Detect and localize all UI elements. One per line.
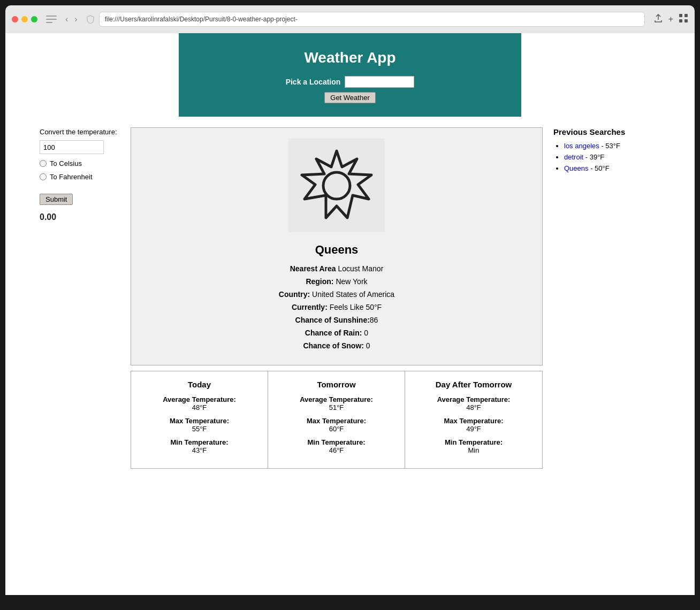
converter-label: Convert the temperature:	[40, 127, 120, 137]
center-content: Queens Nearest Area Locust Manor Region:…	[131, 127, 543, 469]
fahrenheit-row: To Fahrenheit	[40, 173, 120, 181]
day-after-label: Day After Tomorrow	[412, 380, 536, 389]
currently-label: Currently:	[292, 303, 328, 311]
nearest-area: Nearest Area Locust Manor	[142, 264, 531, 273]
region-label: Region:	[306, 277, 333, 286]
city-name: Queens	[142, 243, 531, 257]
nearest-area-value: Locust Manor	[338, 264, 383, 273]
forecast-today: Today Average Temperature: 48°F Max Temp…	[131, 371, 268, 468]
list-item: detroit - 39°F	[564, 153, 660, 161]
fahrenheit-label: To Fahrenheit	[50, 173, 93, 181]
today-label: Today	[138, 380, 261, 389]
right-sidebar: Previous Searches los angeles - 53°F det…	[553, 127, 660, 469]
sunshine-label: Chance of Sunshine:	[295, 316, 370, 324]
sidebar-toggle-icon[interactable]	[46, 16, 57, 23]
search-detail-queens: - 50°F	[590, 164, 610, 172]
country: Country: United States of America	[142, 290, 531, 299]
list-item: Queens - 50°F	[564, 164, 660, 172]
address-bar[interactable]: file:///Users/karolinrafalski/Desktop/Pu…	[99, 12, 645, 27]
location-form: Pick a Location Get Weather	[189, 76, 511, 103]
celsius-radio[interactable]	[40, 160, 47, 167]
dayafter-max-temp: Max Temperature: 49°F	[412, 417, 536, 433]
svg-rect-2	[679, 19, 682, 22]
weather-icon-wrapper	[288, 139, 385, 232]
search-detail-la: - 53°F	[601, 142, 620, 150]
snow-value: 0	[366, 341, 370, 350]
tomorrow-avg-temp: Average Temperature: 51°F	[275, 395, 398, 411]
browser-actions: +	[653, 13, 688, 25]
region-value: New York	[336, 277, 367, 286]
celsius-label: To Celsius	[50, 159, 82, 167]
close-button[interactable]	[12, 16, 18, 22]
search-link-detroit[interactable]: detroit	[564, 153, 583, 161]
new-tab-button[interactable]: +	[668, 14, 673, 24]
location-input[interactable]	[345, 76, 414, 88]
svg-rect-1	[684, 14, 688, 17]
security-icon	[86, 15, 95, 24]
celsius-row: To Celsius	[40, 159, 120, 167]
weather-card: Queens Nearest Area Locust Manor Region:…	[131, 127, 543, 365]
nav-buttons: ‹ ›	[63, 13, 80, 25]
url-text: file:///Users/karolinrafalski/Desktop/Pu…	[105, 16, 298, 23]
search-detail-detroit: - 39°F	[585, 153, 605, 161]
svg-point-4	[323, 172, 350, 199]
tomorrow-min-temp: Min Temperature: 46°F	[275, 438, 398, 454]
currently-value: Feels Like 50°F	[330, 303, 382, 311]
rain: Chance of Rain: 0	[142, 329, 531, 337]
converter-result: 0.00	[40, 212, 120, 222]
grid-button[interactable]	[679, 13, 688, 25]
tomorrow-max-temp: Max Temperature: 60°F	[275, 417, 398, 433]
forward-button[interactable]: ›	[72, 13, 79, 25]
currently: Currently: Feels Like 50°F	[142, 303, 531, 311]
tomorrow-label: Tomorrow	[275, 380, 398, 389]
dayafter-min-temp: Min Temperature: Min	[412, 438, 536, 454]
list-item: los angeles - 53°F	[564, 142, 660, 150]
rain-label: Chance of Rain:	[305, 329, 362, 337]
rain-value: 0	[364, 329, 368, 337]
today-min-temp: Min Temperature: 43°F	[138, 438, 261, 454]
page-content: Weather App Pick a Location Get Weather …	[5, 33, 695, 595]
sunshine: Chance of Sunshine:86	[142, 316, 531, 324]
sunshine-value: 86	[370, 316, 378, 324]
country-value: United States of America	[312, 290, 394, 299]
svg-rect-3	[684, 19, 688, 22]
forecast-grid: Today Average Temperature: 48°F Max Temp…	[131, 371, 543, 469]
dayafter-avg-temp: Average Temperature: 48°F	[412, 395, 536, 411]
fahrenheit-radio[interactable]	[40, 173, 47, 180]
country-label: Country:	[279, 290, 310, 299]
traffic-lights	[12, 16, 37, 22]
previous-searches-title: Previous Searches	[553, 127, 660, 136]
snow-label: Chance of Snow:	[303, 341, 364, 350]
forecast-day-after: Day After Tomorrow Average Temperature: …	[405, 371, 542, 468]
left-sidebar: Convert the temperature: To Celsius To F…	[40, 127, 120, 469]
svg-marker-5	[302, 151, 371, 218]
main-layout: Convert the temperature: To Celsius To F…	[29, 117, 671, 479]
today-max-temp: Max Temperature: 55°F	[138, 417, 261, 433]
app-header: Weather App Pick a Location Get Weather	[179, 33, 521, 117]
submit-button[interactable]: Submit	[40, 194, 73, 205]
minimize-button[interactable]	[21, 16, 28, 22]
snow: Chance of Snow: 0	[142, 341, 531, 350]
nearest-area-label: Nearest Area	[290, 264, 336, 273]
location-label: Pick a Location	[286, 78, 341, 86]
back-button[interactable]: ‹	[63, 13, 70, 25]
sun-icon	[299, 148, 374, 223]
temperature-input[interactable]	[40, 140, 104, 154]
share-button[interactable]	[653, 13, 663, 25]
app-title: Weather App	[189, 49, 511, 66]
get-weather-button[interactable]: Get Weather	[324, 92, 375, 103]
maximize-button[interactable]	[31, 16, 37, 22]
browser-window: ‹ › file:///Users/karolinrafalski/Deskto…	[0, 5, 700, 610]
region: Region: New York	[142, 277, 531, 286]
svg-rect-0	[679, 14, 682, 17]
today-avg-temp: Average Temperature: 48°F	[138, 395, 261, 411]
browser-toolbar: ‹ › file:///Users/karolinrafalski/Deskto…	[5, 5, 695, 33]
forecast-tomorrow: Tomorrow Average Temperature: 51°F Max T…	[268, 371, 405, 468]
search-link-la[interactable]: los angeles	[564, 142, 599, 150]
converter-section: Convert the temperature: To Celsius To F…	[40, 127, 120, 222]
search-link-queens[interactable]: Queens	[564, 164, 589, 172]
previous-searches-list: los angeles - 53°F detroit - 39°F Queens…	[553, 142, 660, 172]
